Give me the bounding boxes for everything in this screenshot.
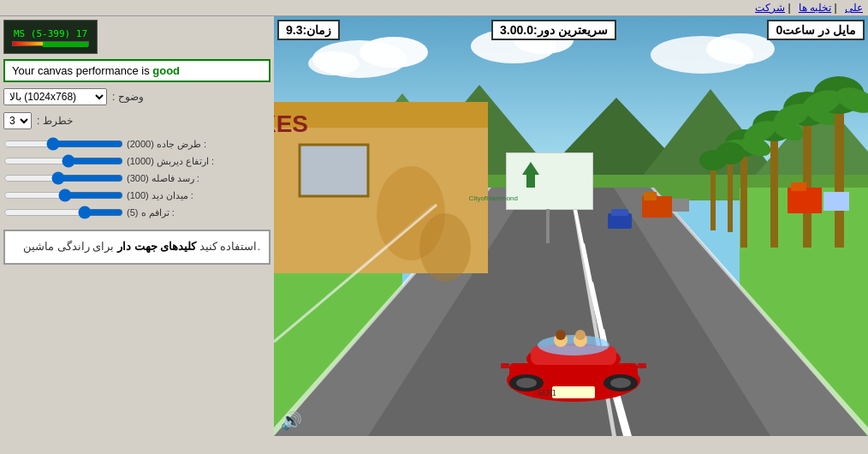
- quality-row: خطرط : 1 2 3 4 5: [3, 112, 271, 129]
- svg-rect-31: [300, 145, 368, 196]
- game-area[interactable]: مایل در ساعت0 سریعترین دور:3.00.0 زمان:9…: [274, 16, 868, 451]
- svg-rect-37: [507, 153, 592, 209]
- info-text-start: .استفاده کنید: [196, 240, 260, 253]
- fps-label: 17 MS (5-399): [14, 28, 87, 39]
- slider-draw-distance: : رسد فاصله (300): [3, 171, 271, 185]
- svg-text:SCR1: SCR1: [538, 389, 556, 397]
- svg-point-75: [556, 330, 566, 340]
- info-box: .استفاده کنید کلیدهای جهت دار برای راندگ…: [3, 230, 271, 265]
- svg-rect-85: [638, 363, 646, 368]
- slider-curve-height: : ارتفاع دیربش (1000): [3, 154, 271, 168]
- slider-fov: : میدان دید (100): [3, 188, 271, 202]
- fps-display: 17 MS (5-399): [3, 20, 98, 54]
- svg-rect-59: [728, 155, 733, 232]
- svg-point-77: [575, 330, 586, 340]
- svg-rect-67: [791, 182, 806, 191]
- quality-select[interactable]: 1 2 3 4 5: [3, 112, 32, 129]
- svg-point-73: [538, 335, 609, 355]
- traffic-slider[interactable]: [3, 206, 123, 219]
- fov-slider[interactable]: [3, 188, 123, 202]
- road-width-slider[interactable]: [3, 137, 123, 151]
- resolution-row: وضوح : بالا (1024x768) متوسط (800x600) پ…: [3, 88, 271, 105]
- slider-draw-distance-label: : رسد فاصله (300): [127, 173, 199, 184]
- game-scene: مایل در ساعت0 سریعترین دور:3.00.0 زمان:9…: [274, 16, 868, 436]
- svg-point-3: [308, 51, 360, 75]
- svg-rect-82: [552, 386, 595, 398]
- svg-rect-53: [835, 98, 844, 248]
- slider-road-width-label: : طرض جاده (2000): [127, 139, 206, 150]
- performance-text-prefix: Your canvas performance is: [12, 64, 152, 77]
- left-panel: 17 MS (5-399) Your canvas performance is…: [0, 16, 274, 451]
- svg-rect-63: [672, 199, 689, 212]
- main-layout: 17 MS (5-399) Your canvas performance is…: [0, 16, 868, 451]
- nav-link-takhliye[interactable]: تخلیه ها: [799, 2, 831, 14]
- slider-group: : طرض جاده (2000) : ارتفاع دیربش (1000) …: [3, 137, 271, 219]
- svg-rect-40: [546, 209, 550, 243]
- svg-point-2: [360, 37, 428, 68]
- performance-box: Your canvas performance is good: [3, 59, 271, 82]
- quality-label: خطرط :: [37, 115, 73, 127]
- slider-curve-height-label: : ارتفاع دیربش (1000): [127, 156, 214, 167]
- svg-point-35: [419, 213, 471, 282]
- resolution-label: وضوح :: [112, 91, 144, 103]
- resolution-select[interactable]: بالا (1024x768) متوسط (800x600) پایین (6…: [3, 88, 107, 105]
- slider-road-width: : طرض جاده (2000): [3, 137, 271, 151]
- slider-fov-label: : میدان دید (100): [127, 190, 193, 201]
- svg-rect-57: [710, 162, 716, 230]
- fps-marker: [43, 42, 88, 47]
- draw-distance-slider[interactable]: [3, 171, 123, 185]
- svg-text:CityofHammond: CityofHammond: [469, 194, 518, 202]
- svg-rect-30: [291, 111, 428, 128]
- svg-point-5: [514, 27, 574, 54]
- svg-text:AKES: AKES: [274, 111, 308, 137]
- audio-symbol[interactable]: 🔊: [281, 411, 302, 430]
- svg-rect-49: [803, 111, 812, 248]
- svg-rect-62: [644, 192, 657, 200]
- svg-point-81: [610, 378, 631, 388]
- svg-rect-66: [788, 188, 822, 213]
- nav-link-sherkat[interactable]: شرکت: [755, 2, 785, 14]
- svg-point-80: [516, 378, 537, 388]
- svg-rect-45: [770, 128, 778, 248]
- game-svg: AKES CityofHammond: [274, 16, 868, 436]
- audio-icon[interactable]: 🔊: [281, 410, 302, 431]
- info-text-end: برای راندگی ماشین: [23, 240, 117, 253]
- slider-traffic: : ترافم ه (5): [3, 206, 271, 219]
- info-text-bold: کلیدهای جهت دار: [117, 240, 196, 253]
- top-nav: علی | تخلیه ها | شرکت: [0, 0, 868, 16]
- performance-status: good: [152, 64, 180, 77]
- svg-point-60: [716, 142, 745, 164]
- nav-link-ali[interactable]: علی: [845, 2, 863, 14]
- svg-rect-65: [611, 209, 628, 216]
- svg-point-7: [706, 33, 775, 64]
- curve-height-slider[interactable]: [3, 154, 123, 168]
- slider-traffic-label: : ترافم ه (5): [127, 207, 175, 218]
- svg-rect-68: [823, 192, 849, 211]
- fps-bar: [12, 41, 89, 46]
- svg-rect-84: [501, 363, 509, 368]
